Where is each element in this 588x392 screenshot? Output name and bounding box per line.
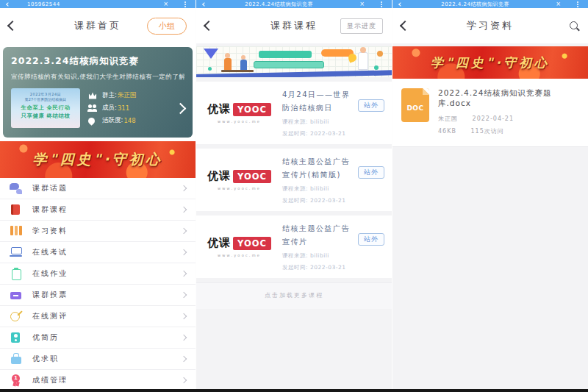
menu-item-resume[interactable]: 优简历 xyxy=(0,327,196,349)
status-bar: 2022.4.24结核病知识竞赛 × xyxy=(196,0,392,8)
menu-label: 在线测评 xyxy=(32,311,68,321)
more-menu-icon[interactable] xyxy=(577,4,578,5)
panel-group-home: 105962544 × 课群首页 小组 2022.3.24结核病知识竞赛 宣传肺… xyxy=(0,0,196,392)
triple-screenshot: 105962544 × 课群首页 小组 2022.3.24结核病知识竞赛 宣传肺… xyxy=(0,0,588,392)
chevron-right-icon xyxy=(181,249,187,255)
status-title: 2022.4.24结核病知识竞赛 xyxy=(402,1,548,8)
show-progress-button[interactable]: 显示进度 xyxy=(340,18,383,34)
chevron-right-icon xyxy=(181,207,187,213)
logo-site: www.yooc.me xyxy=(218,186,261,190)
book-icon xyxy=(10,204,23,215)
course-card[interactable]: 优课 YOOC www.yooc.me 结核主题公益广告宣传片 站外 课程来源:… xyxy=(196,215,392,278)
activity-label: 活跃度: xyxy=(102,116,123,125)
more-menu-icon[interactable] xyxy=(184,4,186,5)
close-icon[interactable]: × xyxy=(556,1,561,7)
menu-item-courses[interactable]: 课群课程 xyxy=(0,199,196,221)
folders-icon xyxy=(10,225,23,237)
crown-icon xyxy=(88,91,97,100)
nav-header: 学习资料 xyxy=(392,8,588,43)
file-size: 46KB xyxy=(438,128,456,135)
courses-banner-illustration xyxy=(196,46,392,77)
logo-en: YOOC xyxy=(233,103,271,116)
menu-label: 优简历 xyxy=(32,332,59,343)
chevron-right-icon xyxy=(181,356,187,362)
menu-item-grades[interactable]: 成绩管理 xyxy=(0,370,196,391)
person-illustration xyxy=(224,58,232,70)
briefcase-icon xyxy=(10,353,23,365)
logo-site: www.yooc.me xyxy=(218,119,261,124)
chevron-right-icon xyxy=(181,313,187,319)
menu-item-vote[interactable]: 课群投票 xyxy=(0,285,196,306)
menu-item-exam[interactable]: 在线考试 xyxy=(0,242,196,263)
campaign-banner: 学"四史"·守初心 xyxy=(0,141,196,178)
logo-cn: 优课 xyxy=(207,236,231,250)
logo-site: www.yooc.me xyxy=(218,253,261,257)
group-title: 2022.3.24结核病知识竞赛 xyxy=(11,55,184,68)
group-thumbnail: 2022年3月24日 第27个世界防治结核病日 生命至上 全民行动 只享健康 终… xyxy=(11,88,80,128)
group-stats: 群主: 朱正国 成员: 311 活跃度: 148 xyxy=(88,90,173,127)
logo-cn: 优课 xyxy=(207,102,231,116)
group-card[interactable]: 2022.3.24结核病知识竞赛 宣传肺结核的有关知识,使我们大学生对肺结核有一… xyxy=(3,47,193,138)
person-illustration xyxy=(240,60,247,70)
flame-icon xyxy=(87,116,96,126)
thumb-slogan: 生命至上 全民行动 xyxy=(11,104,80,112)
file-date: 2022-04-21 xyxy=(473,115,514,122)
status-bar: 2022.4.24结核病知识竞赛 × xyxy=(392,0,588,8)
activity-count: 148 xyxy=(123,117,135,124)
more-menu-icon[interactable] xyxy=(381,4,382,5)
panel-materials: 2022.4.24结核病知识竞赛 × 学习资料 学"四史"·守初心 DOC 20… xyxy=(392,0,588,392)
menu-item-materials[interactable]: 学习资料 xyxy=(0,221,196,242)
logo-en: YOOC xyxy=(233,170,271,183)
course-card[interactable]: 优课 YOOC www.yooc.me 结核主题公益广告宣传片(精简版) 站外 … xyxy=(196,149,392,211)
menu-item-homework[interactable]: 在线作业 xyxy=(0,263,196,285)
page-title: 学习资料 xyxy=(392,19,588,32)
laptop-icon xyxy=(10,246,23,258)
file-uploader: 朱正国 xyxy=(438,115,458,122)
owner-label: 群主: xyxy=(102,91,117,100)
yooc-logo: 优课 YOOC www.yooc.me xyxy=(204,222,275,271)
members-icon xyxy=(88,104,97,113)
course-source: 课程来源: bilibili xyxy=(282,252,383,260)
nav-header: 课群首页 小组 xyxy=(0,8,196,43)
offsite-badge: 站外 xyxy=(358,233,384,246)
clipboard-icon xyxy=(10,268,23,279)
file-name: 2022.4.24结核病知识竞赛题库.docx xyxy=(438,88,579,109)
status-bar: 105962544 × xyxy=(0,0,196,8)
chevron-right-icon xyxy=(181,377,187,383)
chevron-right-icon xyxy=(181,185,187,191)
owner-name: 朱正国 xyxy=(118,91,137,100)
menu-item-assessment[interactable]: 在线测评 xyxy=(0,306,196,327)
group-desc: 宣传肺结核的有关知识,使我们大学生对肺结核有一定的了解,… xyxy=(11,73,184,82)
feature-menu: 课群话题 课群课程 学习资料 在线考试 在线作业 课群投票 xyxy=(0,178,196,391)
menu-item-topics[interactable]: 课群话题 xyxy=(0,178,196,199)
status-title: 105962544 xyxy=(27,1,60,7)
chat-bubbles-icon xyxy=(10,182,23,194)
offsite-badge: 站外 xyxy=(358,166,384,179)
menu-label: 成绩管理 xyxy=(32,375,68,385)
resume-icon xyxy=(10,332,23,343)
megaphone-illustration xyxy=(347,52,357,63)
medal-icon xyxy=(10,374,23,386)
status-title: 2022.4.24结核病知识竞赛 xyxy=(206,1,352,8)
campaign-banner: 学"四史"·守初心 xyxy=(392,46,588,79)
menu-label: 课群课程 xyxy=(32,204,68,215)
status-back-icon[interactable] xyxy=(6,2,10,7)
menu-label: 学习资料 xyxy=(32,226,68,236)
course-source: 课程来源: bilibili xyxy=(282,118,383,126)
members-count: 311 xyxy=(118,104,129,112)
chevron-right-icon[interactable] xyxy=(175,102,187,114)
course-card[interactable]: 优课 YOOC www.yooc.me 4月24日——世界防治结核病日 站外 课… xyxy=(196,82,392,144)
menu-item-job[interactable]: 优求职 xyxy=(0,349,196,370)
load-more[interactable]: 点击加载更多课程 xyxy=(196,282,392,309)
close-icon[interactable]: × xyxy=(163,1,168,7)
close-icon[interactable]: × xyxy=(359,1,365,7)
menu-label: 课群话题 xyxy=(32,183,68,193)
course-list: 优课 YOOC www.yooc.me 4月24日——世界防治结核病日 站外 课… xyxy=(196,77,392,309)
thumb-subtitle: 第27个世界防治结核病日 xyxy=(11,97,80,101)
banner-text: 学"四史"·守初心 xyxy=(32,150,162,169)
triangle-shape xyxy=(204,49,218,59)
file-item[interactable]: DOC 2022.4.24结核病知识竞赛题库.docx 朱正国 2022-04-… xyxy=(392,79,588,147)
search-icon[interactable] xyxy=(570,21,579,31)
group-button[interactable]: 小组 xyxy=(147,18,187,35)
menu-label: 优求职 xyxy=(32,354,59,364)
